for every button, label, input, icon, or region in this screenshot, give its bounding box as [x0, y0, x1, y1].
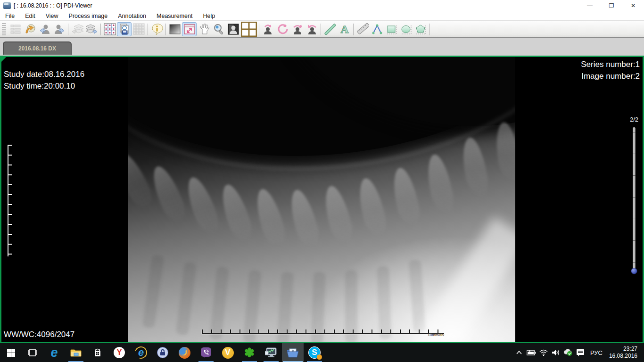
- xray-bone: [459, 136, 490, 197]
- volume-icon[interactable]: [550, 343, 562, 362]
- xray-vertebra: [142, 255, 164, 329]
- menu-process-image[interactable]: Process image: [64, 11, 113, 20]
- flip-horizontal-icon[interactable]: [261, 22, 275, 36]
- internet-explorer-icon[interactable]: e: [130, 343, 152, 362]
- xray-vertebra: [377, 266, 391, 340]
- ellipse-roi-icon[interactable]: [399, 22, 413, 36]
- close-button[interactable]: ✕: [622, 0, 644, 11]
- rotate-patient-right-icon[interactable]: [290, 22, 305, 36]
- firefox-icon[interactable]: [173, 343, 195, 362]
- invert-image-icon[interactable]: [226, 22, 240, 36]
- worklist-icon[interactable]: [8, 22, 23, 36]
- language-indicator[interactable]: РУС: [586, 349, 606, 356]
- xray-skin-line: [128, 57, 515, 194]
- icq-icon[interactable]: ✽: [239, 343, 260, 362]
- study-time-text: Study time:20:00.10: [4, 80, 84, 92]
- image-info-icon[interactable]: [149, 22, 164, 36]
- battery-icon[interactable]: [525, 343, 537, 362]
- study-tab[interactable]: 2016.08.16 DX: [3, 41, 72, 55]
- svg-text:A: A: [340, 23, 349, 35]
- fit-resize-icon[interactable]: [182, 22, 197, 36]
- image-number-text: Image number:2: [581, 70, 640, 82]
- wifi-icon[interactable]: [537, 343, 550, 362]
- text-annotation-icon[interactable]: A: [337, 22, 352, 36]
- rotate-cw-icon[interactable]: [275, 22, 290, 36]
- toolbar-separator: [165, 24, 166, 35]
- toolbar-separator: [148, 24, 148, 35]
- image-scroll-slider[interactable]: [633, 127, 636, 269]
- cloud-sync-icon[interactable]: [562, 343, 574, 362]
- line-annotation-icon[interactable]: [322, 22, 337, 36]
- menu-view[interactable]: View: [41, 11, 64, 20]
- pdi-viewer-icon[interactable]: [282, 343, 304, 362]
- menu-measurement[interactable]: Measurement: [151, 11, 198, 20]
- toolbar-separator: [353, 24, 354, 35]
- menu-help[interactable]: Help: [198, 11, 220, 20]
- toolbar: A: [0, 21, 644, 38]
- xray-bone: [321, 183, 356, 246]
- layout-2x2-icon[interactable]: [240, 21, 257, 37]
- notifications-icon[interactable]: [574, 343, 586, 362]
- toolbar-separator: [259, 24, 259, 35]
- previous-patient-icon[interactable]: [37, 22, 52, 36]
- system-monitor-icon[interactable]: [260, 343, 282, 362]
- zoom-magnifier-icon[interactable]: [211, 22, 226, 36]
- image-viewport[interactable]: 10mm/div Study date:08.16.2016 Study tim…: [0, 56, 644, 343]
- skype-icon[interactable]: S: [304, 343, 325, 362]
- xray-bone: [128, 149, 156, 212]
- windows-store-icon[interactable]: [87, 343, 108, 362]
- start-button[interactable]: [0, 343, 22, 362]
- minimize-button[interactable]: —: [579, 0, 601, 11]
- menu-bar: File Edit View Process image Annotation …: [0, 11, 644, 21]
- rotate-patient-left-icon[interactable]: [305, 22, 319, 36]
- keepass-icon[interactable]: [152, 343, 173, 362]
- menu-file[interactable]: File: [0, 11, 20, 20]
- ruler-measure-icon[interactable]: [355, 22, 370, 36]
- pan-hand-icon[interactable]: [197, 22, 211, 36]
- v-app-icon[interactable]: V: [217, 343, 239, 362]
- xray-image[interactable]: 10mm/div: [128, 57, 515, 342]
- window-level-icon[interactable]: [167, 22, 182, 36]
- edge-icon[interactable]: e: [43, 343, 65, 362]
- rectangle-roi-icon[interactable]: [384, 22, 399, 36]
- window-title: [ : 16.08.2016 : : O] PDI-Viewer: [14, 2, 92, 9]
- toolbar-separator: [321, 24, 321, 35]
- app-icon: [3, 2, 11, 9]
- menu-edit[interactable]: Edit: [20, 11, 41, 20]
- restore-button[interactable]: ❐: [601, 0, 622, 11]
- file-explorer-icon[interactable]: [65, 343, 87, 362]
- toolbar-separator: [68, 24, 68, 35]
- patient-thumbnails-icon[interactable]: [102, 22, 117, 36]
- clock[interactable]: 23:27 16.08.2016: [606, 346, 642, 360]
- task-view-button[interactable]: [22, 343, 43, 362]
- xray-bone: [252, 186, 289, 249]
- xray-bone: [493, 121, 515, 182]
- taskbar: e Y e V ✽ S: [0, 343, 644, 362]
- next-study-icon[interactable]: [84, 22, 99, 36]
- series-grid-icon[interactable]: [132, 22, 146, 36]
- hidden-icons-chevron[interactable]: [513, 343, 525, 362]
- xray-bone: [217, 181, 256, 244]
- xray-vertebra: [176, 262, 197, 336]
- selected-corner-marker: [0, 56, 8, 63]
- open-cd-icon[interactable]: [23, 22, 37, 36]
- xray-vertebra: [409, 259, 426, 333]
- viber-icon[interactable]: [195, 343, 217, 362]
- polygon-roi-icon[interactable]: [413, 22, 428, 36]
- slider-thumb[interactable]: [631, 268, 637, 274]
- scale-ruler-label: 10mm/div: [407, 333, 444, 337]
- xray-bone: [355, 176, 389, 238]
- study-date-text: Study date:08.16.2016: [4, 68, 84, 80]
- angle-measure-icon[interactable]: [370, 22, 384, 36]
- system-tray: РУС 23:27 16.08.2016: [513, 343, 644, 362]
- yandex-browser-icon[interactable]: Y: [108, 343, 130, 362]
- xray-bone: [147, 163, 189, 225]
- save-image-icon[interactable]: [117, 22, 132, 36]
- slider-ticks: [633, 132, 636, 264]
- toolbar-grip[interactable]: [2, 23, 6, 35]
- menu-annotation[interactable]: Annotation: [113, 11, 151, 20]
- xray-bone: [389, 166, 423, 228]
- title-bar: [ : 16.08.2016 : : O] PDI-Viewer — ❐ ✕: [0, 0, 644, 11]
- next-patient-icon[interactable]: [52, 22, 66, 36]
- previous-study-icon[interactable]: [70, 22, 84, 36]
